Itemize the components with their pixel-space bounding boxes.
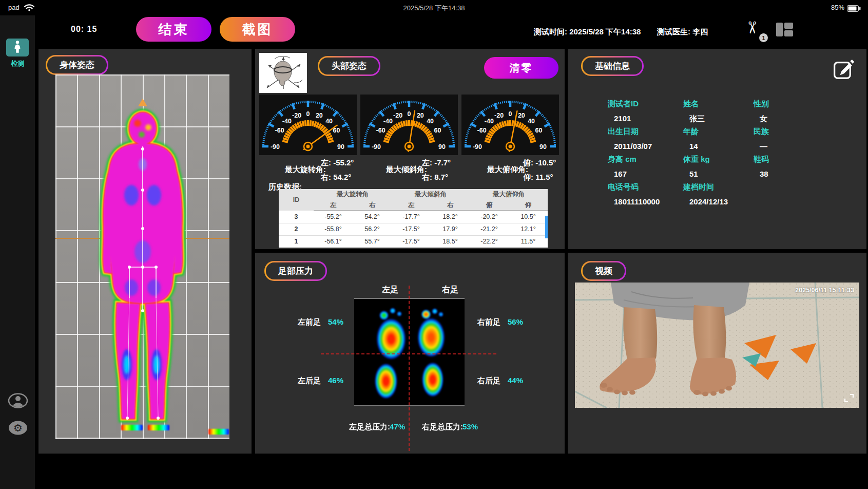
svg-text:-90: -90: [473, 143, 482, 151]
svg-text:20: 20: [417, 112, 424, 119]
svg-text:-60: -60: [477, 127, 487, 134]
left-total-label: 左足总压力:: [349, 422, 390, 432]
svg-text:60: 60: [434, 127, 441, 134]
history-table-sub-header: 左右 左右 俯仰: [279, 200, 548, 211]
body-posture-panel: 身体姿态: [38, 49, 252, 454]
svg-text:60: 60: [535, 127, 542, 134]
scissors-icon: ✂: [744, 21, 760, 35]
person-icon: [12, 40, 23, 55]
battery-percent: 85%: [831, 4, 844, 11]
history-table: ID 最大旋转角 最大倾斜角 最大俯仰角 左右 左右 俯仰 3 -55.2°54…: [279, 189, 548, 248]
sidebar-item-detect[interactable]: [6, 39, 29, 57]
svg-text:-90: -90: [372, 143, 381, 151]
svg-text:-60: -60: [376, 127, 385, 134]
right-forefoot-value: 56%: [508, 317, 523, 326]
sidebar-item-detect-label: 检测: [0, 59, 35, 68]
layout-grid-button[interactable]: [776, 22, 794, 40]
svg-text:0: 0: [408, 110, 411, 118]
foot-pressure-panel: 足部压力 左足 右足 左前足 54% 右前足 56% 左后足 46% 右后足 4…: [255, 253, 565, 454]
foot-thermal-mark: [208, 429, 229, 435]
foot-thermal-mark: [121, 425, 143, 430]
svg-text:40: 40: [325, 118, 333, 125]
edit-info-button[interactable]: [833, 58, 855, 81]
body-posture-title: 身体姿态: [47, 57, 107, 73]
right-rearfoot-value: 44%: [508, 376, 523, 385]
svg-text:-40: -40: [282, 118, 292, 125]
video-title-pill: 视频: [581, 261, 626, 281]
screenshot-button[interactable]: 截图: [220, 17, 295, 42]
rotation-gauge: -90-60-40-20020406090: [259, 95, 357, 155]
video-still: [575, 283, 859, 408]
foot-thermal-mark: [148, 425, 169, 430]
center-divider-line: [409, 286, 410, 451]
table-row[interactable]: 2 -55.8°56.2° -17.5°17.9° -21.2°12.1°: [279, 223, 548, 235]
field-age: 年龄14: [683, 127, 760, 151]
video-frame[interactable]: 2025/06/11 15:11:33: [575, 283, 859, 408]
foot-pressure-title: 足部压力: [266, 262, 325, 279]
settings-gear-icon[interactable]: ⚙: [8, 420, 28, 437]
svg-text:20: 20: [518, 112, 525, 119]
right-forefoot-label: 右前足: [477, 317, 500, 327]
svg-text:0: 0: [306, 110, 310, 118]
left-foot-label: 左足: [375, 285, 406, 295]
field-birthdate: 出生日期2011/03/07: [608, 127, 685, 151]
table-row[interactable]: 1 -56.1°55.7° -17.5°18.5° -22.2°11.5°: [279, 235, 548, 248]
field-weight: 体重 kg51: [683, 155, 760, 178]
svg-text:90: 90: [438, 143, 446, 151]
table-scrollbar[interactable]: [545, 216, 548, 238]
field-name: 姓名张三: [683, 99, 760, 124]
right-rearfoot-label: 右后足: [477, 376, 500, 386]
video-timestamp: 2025/06/11 15:11:33: [795, 287, 854, 294]
video-panel: 视频: [568, 253, 866, 454]
reset-button[interactable]: 清零: [484, 57, 558, 79]
svg-text:90: 90: [539, 143, 547, 151]
basic-info-title-pill: 基础信息: [581, 56, 644, 76]
svg-text:⚙: ⚙: [13, 422, 23, 434]
test-time: 测试时间: 2025/5/28 下午14:38: [534, 27, 641, 37]
head-axes-diagram: [259, 53, 307, 93]
field-record-date: 建档时间2024/12/13: [683, 182, 760, 206]
body-posture-title-pill: 身体姿态: [46, 55, 108, 75]
sidebar: 检测 ⚙: [0, 15, 35, 489]
svg-text:40: 40: [427, 118, 434, 125]
basic-info-title: 基础信息: [583, 58, 642, 74]
right-total-label: 右足总压力:: [422, 422, 463, 432]
foot-pressure-title-pill: 足部压力: [264, 261, 327, 281]
svg-text:90: 90: [337, 143, 344, 151]
mid-reference-line: [321, 353, 496, 354]
pitch-gauge: -90-60-40-20020406090: [461, 95, 559, 155]
field-phone: 电话号码18011110000: [608, 182, 685, 206]
left-rearfoot-value: 46%: [328, 376, 343, 385]
left-total-value: 47%: [390, 422, 405, 431]
basic-info-panel: 基础信息 测试者ID2101 姓名张三 性别女 出生日期2011/03/07 年…: [568, 49, 866, 249]
svg-text:0: 0: [509, 110, 512, 118]
right-foot-label: 右足: [435, 285, 466, 295]
scissors-tool-button[interactable]: ✂ 1: [744, 20, 767, 41]
app-window: pad 2025/5/28 下午14:38 85%: [0, 0, 868, 489]
svg-text:-40: -40: [383, 118, 393, 125]
status-datetime: 2025/5/28 下午14:38: [0, 4, 868, 13]
session-timer: 00: 15: [71, 25, 97, 34]
battery-icon: [847, 5, 861, 14]
head-posture-panel: 头部姿态 清零 -90-60-40-20020406090 -90-60-40-…: [255, 49, 565, 249]
head-posture-title-pill: 头部姿态: [318, 56, 380, 76]
svg-text:20: 20: [316, 112, 323, 119]
expand-icon[interactable]: [844, 393, 854, 405]
table-row[interactable]: 3 -55.2°54.2° -17.7°18.2° -20.2°10.5°: [279, 211, 548, 223]
pitch-values: 最大俯仰角: 俯: -10.5° 仰: 11.5°: [461, 157, 559, 186]
field-tester-id: 测试者ID2101: [608, 99, 685, 123]
field-height: 身高 cm167: [608, 155, 685, 178]
left-forefoot-label: 左前足: [298, 317, 321, 327]
end-button[interactable]: 结束: [136, 17, 211, 42]
svg-text:-20: -20: [292, 112, 301, 119]
tilt-values: 最大倾斜角: 左: -7.7° 右: 8.7°: [360, 157, 458, 186]
status-bar: pad 2025/5/28 下午14:38 85%: [0, 0, 868, 15]
test-doctor: 测试医生: 李四: [657, 27, 708, 37]
video-title: 视频: [583, 262, 625, 279]
account-icon[interactable]: [8, 393, 28, 409]
field-shoe-size: 鞋码38: [754, 155, 831, 178]
head-posture-title: 头部姿态: [319, 58, 379, 74]
scissors-badge: 1: [759, 33, 768, 42]
field-gender: 性别女: [754, 99, 831, 124]
svg-text:-20: -20: [494, 112, 504, 119]
